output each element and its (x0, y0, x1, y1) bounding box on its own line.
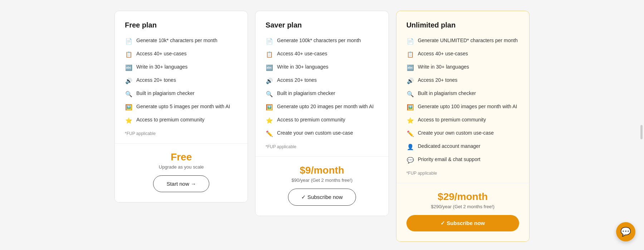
feature-text: Create your own custom use-case (418, 130, 494, 137)
plan-cta-unlimited[interactable]: ✓ Subscribe now (406, 215, 519, 231)
scrollbar[interactable] (640, 125, 643, 139)
feature-text: Access 40+ use-cases (277, 50, 327, 58)
plan-footer-unlimited: $29/month$290/year (Get 2 months free!)✓… (396, 183, 529, 241)
feature-text: Generate upto 20 images per month with A… (277, 103, 374, 110)
feature-item: ⭐Access to premium community (125, 116, 238, 125)
feature-icon: 📋 (265, 51, 273, 59)
feature-list-unlimited: 📄Generate UNLIMITED* characters per mont… (406, 37, 519, 164)
feature-text: Generate UNLIMITED* characters per month (418, 37, 518, 44)
feature-icon: 📋 (406, 51, 414, 59)
plan-content-free: Free plan📄Generate 10k* characters per m… (115, 11, 248, 143)
feature-item: 🔤Write in 30+ languages (265, 64, 378, 72)
feature-item: 🔤Write in 30+ languages (406, 64, 519, 72)
feature-item: 📄Generate UNLIMITED* characters per mont… (406, 37, 519, 45)
feature-text: Create your own custom use-case (277, 130, 353, 137)
plan-cta-saver[interactable]: ✓ Subscribe now (288, 189, 356, 206)
price-main-free: Free (125, 151, 238, 163)
feature-icon: 📋 (125, 51, 133, 59)
feature-text: Built in plagiarism checker (277, 90, 335, 97)
feature-item: 🔍Built in plagiarism checker (125, 90, 238, 98)
feature-icon: 🔤 (406, 64, 414, 72)
price-sub-free: Upgrade as you scale (125, 164, 238, 170)
feature-text: Generate 100k* characters per month (277, 37, 361, 44)
feature-item: 🔍Built in plagiarism checker (406, 90, 519, 98)
feature-icon: 🖼️ (265, 104, 273, 111)
feature-list-free: 📄Generate 10k* characters per month📋Acce… (125, 37, 238, 125)
feature-icon: 🖼️ (406, 104, 414, 111)
feature-text: Access 20+ tones (418, 77, 458, 84)
feature-list-saver: 📄Generate 100k* characters per month📋Acc… (265, 37, 378, 138)
feature-text: Access to premium community (277, 116, 345, 124)
plan-card-unlimited: Unlimited plan📄Generate UNLIMITED* chara… (396, 11, 530, 242)
feature-text: Built in plagiarism checker (136, 90, 195, 97)
feature-item: 📋Access 40+ use-cases (125, 50, 238, 59)
page-container: Free plan📄Generate 10k* characters per m… (107, 7, 537, 245)
plan-footer-free: FreeUpgrade as you scaleStart now → (115, 143, 248, 202)
feature-item: ⭐Access to premium community (265, 116, 378, 125)
feature-item: 🔍Built in plagiarism checker (265, 90, 378, 98)
feature-item: 🔊Access 20+ tones (406, 77, 519, 85)
feature-icon: 🔤 (125, 64, 133, 72)
feature-item: 🔤Write in 30+ languages (125, 64, 238, 72)
feature-icon: 💬 (406, 156, 414, 164)
feature-item: 🔊Access 20+ tones (125, 77, 238, 85)
feature-icon: ✏️ (265, 130, 273, 138)
feature-text: Generate 10k* characters per month (136, 37, 217, 44)
feature-text: Write in 30+ languages (136, 64, 187, 71)
feature-icon: 🖼️ (125, 104, 133, 111)
plans-grid: Free plan📄Generate 10k* characters per m… (114, 11, 530, 242)
feature-icon: 👤 (406, 143, 414, 151)
feature-item: 💬Priority email & chat support (406, 156, 519, 164)
feature-icon: ⭐ (125, 117, 133, 125)
feature-item: 📋Access 40+ use-cases (406, 50, 519, 59)
feature-text: Dedicated account manager (418, 143, 480, 150)
feature-text: Access 40+ use-cases (418, 50, 468, 58)
feature-text: Priority email & chat support (418, 156, 480, 163)
feature-item: ✏️Create your own custom use-case (406, 130, 519, 138)
feature-icon: ⭐ (265, 117, 273, 125)
feature-item: 📋Access 40+ use-cases (265, 50, 378, 59)
feature-text: Generate upto 100 images per month with … (418, 103, 517, 110)
feature-item: 🖼️Generate upto 5 images per month with … (125, 103, 238, 111)
feature-item: ⭐Access to premium community (406, 116, 519, 125)
feature-icon: 🔊 (125, 77, 133, 85)
price-main-unlimited: $29/month (406, 191, 519, 202)
feature-item: 📄Generate 10k* characters per month (125, 37, 238, 45)
feature-item: 🔊Access 20+ tones (265, 77, 378, 85)
plan-footer-saver: $9/month$90/year (Get 2 months free!)✓ S… (255, 156, 388, 216)
feature-icon: 🔊 (406, 77, 414, 85)
feature-icon: 📄 (125, 38, 133, 45)
plan-content-saver: Saver plan📄Generate 100k* characters per… (255, 11, 388, 156)
plan-content-unlimited: Unlimited plan📄Generate UNLIMITED* chara… (396, 11, 529, 183)
feature-item: 📄Generate 100k* characters per month (265, 37, 378, 45)
plan-card-saver: Saver plan📄Generate 100k* characters per… (255, 11, 389, 216)
fup-note-saver: *FUP applicable (265, 144, 378, 149)
plan-card-free: Free plan📄Generate 10k* characters per m… (114, 11, 248, 202)
feature-icon: ⭐ (406, 117, 414, 125)
plan-title-unlimited: Unlimited plan (406, 21, 519, 29)
plan-title-free: Free plan (125, 21, 238, 29)
feature-icon: 🔍 (265, 90, 273, 98)
feature-text: Write in 30+ languages (418, 64, 469, 71)
plan-cta-free[interactable]: Start now → (153, 175, 209, 192)
feature-icon: 🔍 (125, 90, 133, 98)
chat-icon: 💬 (620, 227, 631, 237)
feature-icon: 🔤 (265, 64, 273, 72)
feature-text: Access 20+ tones (136, 77, 176, 84)
feature-text: Access 20+ tones (277, 77, 317, 84)
fup-note-free: *FUP applicable (125, 131, 238, 136)
chat-support-button[interactable]: 💬 (616, 222, 635, 241)
feature-icon: ✏️ (406, 130, 414, 138)
feature-icon: 🔊 (265, 77, 273, 85)
feature-text: Access to premium community (136, 116, 205, 124)
feature-item: 👤Dedicated account manager (406, 143, 519, 151)
fup-note-unlimited: *FUP applicable (406, 171, 519, 176)
feature-text: Generate upto 5 images per month with AI (136, 103, 230, 110)
feature-item: ✏️Create your own custom use-case (265, 130, 378, 138)
feature-text: Access 40+ use-cases (136, 50, 186, 58)
feature-text: Access to premium community (418, 116, 486, 124)
feature-icon: 📄 (265, 38, 273, 45)
feature-item: 🖼️Generate upto 100 images per month wit… (406, 103, 519, 111)
price-sub-unlimited: $290/year (Get 2 months free!) (406, 204, 519, 209)
price-main-saver: $9/month (265, 165, 378, 176)
